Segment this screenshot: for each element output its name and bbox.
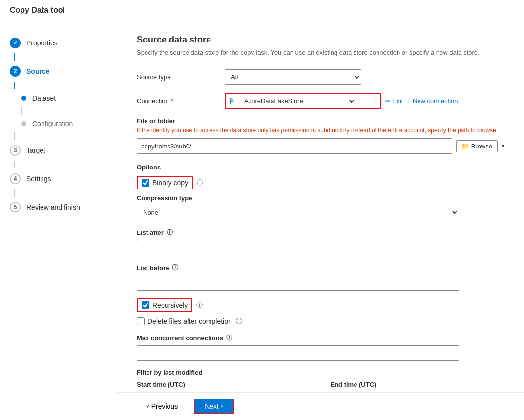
max-concurrent-title: Max concurrent connections ⓘ: [137, 334, 504, 342]
step-dot-configuration: [21, 121, 26, 126]
section-title: Source data store: [137, 35, 504, 45]
sidebar-item-configuration[interactable]: Configuration: [0, 115, 117, 132]
step-circle-properties: ✓: [10, 38, 21, 48]
connector-3: [21, 107, 22, 115]
sidebar-label-dataset: Dataset: [32, 94, 56, 102]
browse-row: 📁 Browse ▾: [137, 138, 504, 154]
footer: ‹ Previous Next ›: [117, 392, 524, 419]
step-circle-review: 5: [10, 202, 21, 212]
delete-files-row: Delete files after completion ⓘ: [137, 317, 504, 326]
delete-files-checkbox[interactable]: [137, 317, 145, 325]
connector-1: [14, 53, 15, 61]
sidebar-label-source: Source: [26, 67, 49, 75]
connection-control: 🗄 AzureDataLakeStore ✏ Edit + New connec…: [225, 93, 504, 109]
connector-4: [14, 132, 15, 140]
sidebar-label-properties: Properties: [26, 39, 58, 47]
plus-icon: +: [407, 97, 411, 105]
folder-icon: 📁: [461, 143, 469, 150]
binary-copy-checkbox[interactable]: [142, 179, 149, 187]
options-title: Options: [137, 164, 504, 171]
source-type-control: All Azure AWS HTTP: [225, 69, 504, 85]
app-header: Copy Data tool: [0, 0, 524, 21]
max-concurrent-info-icon: ⓘ: [226, 334, 232, 342]
file-path-input[interactable]: [137, 138, 452, 154]
sidebar-item-review[interactable]: 5 Review and finish: [0, 197, 117, 217]
list-after-input[interactable]: [137, 240, 459, 255]
next-button[interactable]: Next ›: [194, 399, 233, 414]
binary-copy-wrap: Binary copy: [137, 176, 193, 189]
sidebar-item-settings[interactable]: 4 Settings: [0, 168, 117, 189]
list-before-input[interactable]: [137, 275, 459, 291]
connection-inner-row: 🗄 AzureDataLakeStore ✏ Edit + New connec…: [225, 93, 504, 109]
compression-title: Compression type: [137, 194, 504, 202]
sidebar-label-review: Review and finish: [26, 203, 80, 211]
sidebar-item-source[interactable]: 2 Source: [0, 61, 117, 82]
sidebar-label-target: Target: [26, 147, 45, 154]
max-concurrent-section: Max concurrent connections ⓘ: [137, 334, 504, 361]
compression-select[interactable]: None GZip Deflate BZip2 ZipDeflate: [137, 205, 459, 220]
list-before-title: List before ⓘ: [137, 263, 504, 272]
filter-title: Filter by last modified: [137, 369, 504, 376]
list-before-section: List before ⓘ: [137, 263, 504, 291]
edit-link[interactable]: ✏ Edit: [385, 97, 403, 105]
source-type-label: Source type: [137, 73, 225, 81]
connection-select[interactable]: AzureDataLakeStore: [238, 94, 356, 108]
connector-5: [14, 161, 15, 168]
browse-chevron[interactable]: ▾: [502, 143, 504, 149]
connector-6: [14, 189, 15, 197]
sidebar-item-dataset[interactable]: Dataset: [0, 89, 117, 107]
app-title: Copy Data tool: [10, 6, 65, 14]
section-desc: Specify the source data store for the co…: [137, 48, 504, 58]
connection-row: Connection * 🗄 AzureDataLakeStore ✏ Edit: [137, 93, 504, 109]
filter-end-label: End time (UTC): [331, 381, 505, 388]
sidebar-label-settings: Settings: [26, 175, 51, 183]
delete-files-label: Delete files after completion: [147, 317, 232, 325]
binary-copy-label: Binary copy: [152, 179, 188, 187]
filter-section: Filter by last modified Start time (UTC)…: [137, 369, 504, 390]
next-arrow-icon: ›: [221, 402, 223, 410]
browse-button[interactable]: 📁 Browse: [456, 140, 498, 152]
filter-start-label: Start time (UTC): [137, 381, 311, 388]
source-type-select[interactable]: All Azure AWS HTTP: [225, 69, 361, 85]
step-circle-source: 2: [10, 66, 21, 77]
binary-copy-row: Binary copy ⓘ: [137, 176, 504, 189]
connection-store-icon: 🗄: [226, 97, 238, 105]
main-content: Source data store Specify the source dat…: [117, 21, 524, 419]
file-folder-title: File or folder: [137, 117, 504, 125]
sidebar: ✓ Properties 2 Source Dataset Configurat…: [0, 21, 117, 419]
file-folder-section: File or folder If the identity you use t…: [137, 117, 504, 154]
new-connection-link[interactable]: + New connection: [407, 97, 458, 105]
sidebar-label-configuration: Configuration: [32, 120, 73, 127]
previous-button[interactable]: ‹ Previous: [137, 399, 188, 414]
required-marker: *: [170, 97, 173, 105]
binary-copy-info-icon: ⓘ: [197, 178, 203, 187]
recursively-checkbox[interactable]: [142, 301, 149, 309]
list-after-info-icon: ⓘ: [167, 228, 173, 237]
max-concurrent-input[interactable]: [137, 345, 459, 361]
filter-row: Start time (UTC) End time (UTC): [137, 381, 504, 390]
options-section: Options Binary copy ⓘ: [137, 164, 504, 189]
delete-files-info-icon: ⓘ: [236, 317, 242, 326]
filter-start-col: Start time (UTC): [137, 381, 311, 390]
list-before-info-icon: ⓘ: [172, 263, 178, 272]
sidebar-item-properties[interactable]: ✓ Properties: [0, 33, 117, 53]
delete-files-wrap: Delete files after completion: [137, 317, 232, 325]
list-after-section: List after ⓘ: [137, 228, 504, 255]
step-circle-settings: 4: [10, 173, 21, 184]
step-circle-target: 3: [10, 145, 21, 156]
prev-arrow-icon: ‹: [147, 402, 149, 410]
recursively-row: Recursively ⓘ: [137, 298, 504, 312]
connection-select-wrap: 🗄 AzureDataLakeStore: [225, 93, 381, 109]
source-type-row: Source type All Azure AWS HTTP: [137, 69, 504, 85]
filter-end-col: End time (UTC): [331, 381, 505, 390]
recursively-info-icon: ⓘ: [196, 301, 203, 310]
edit-icon: ✏: [385, 97, 390, 105]
connection-label: Connection *: [137, 97, 225, 105]
sidebar-item-target[interactable]: 3 Target: [0, 140, 117, 161]
recursively-label: Recursively: [152, 301, 188, 309]
compression-section: Compression type None GZip Deflate BZip2…: [137, 194, 504, 220]
list-after-title: List after ⓘ: [137, 228, 504, 237]
file-folder-hint: If the identity you use to access the da…: [137, 126, 504, 135]
step-dot-dataset: [21, 96, 26, 101]
connector-2: [14, 82, 15, 89]
